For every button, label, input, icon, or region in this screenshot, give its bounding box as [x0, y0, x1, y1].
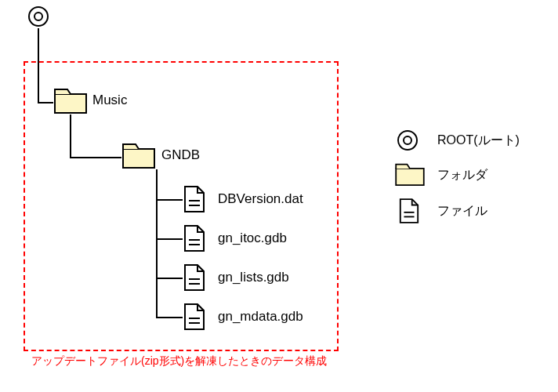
svg-point-1	[34, 13, 42, 20]
tree-line	[156, 238, 183, 240]
caption-text: アップデートファイル(zip形式)を解凍したときのデータ構成	[31, 354, 327, 368]
svg-point-0	[29, 7, 48, 26]
folder-icon	[53, 86, 88, 118]
tree-line	[156, 317, 183, 318]
folder-label-gndb: GNDB	[161, 147, 200, 163]
legend-root-label: ROOT(ルート)	[437, 132, 520, 149]
file-icon	[398, 198, 420, 227]
tree-line	[70, 157, 121, 158]
legend-folder-label: フォルダ	[437, 167, 487, 183]
file-icon	[183, 224, 206, 256]
file-label: gn_mdata.gdb	[218, 309, 303, 325]
svg-point-10	[398, 131, 417, 150]
root-icon	[27, 5, 50, 31]
legend-file-label: ファイル	[437, 203, 487, 220]
tree-line	[156, 199, 183, 201]
folder-label-music: Music	[92, 93, 127, 108]
folder-icon	[121, 141, 156, 172]
tree-line	[156, 278, 183, 279]
svg-point-11	[404, 136, 411, 144]
file-icon	[183, 263, 206, 295]
file-label: gn_itoc.gdb	[218, 230, 287, 246]
file-icon	[183, 303, 206, 334]
file-label: gn_lists.gdb	[218, 270, 289, 285]
root-icon	[396, 129, 419, 155]
file-icon	[183, 185, 206, 216]
file-label: DBVersion.dat	[218, 191, 303, 207]
folder-icon	[394, 162, 426, 190]
tree-line	[70, 114, 71, 158]
tree-line	[156, 169, 158, 317]
